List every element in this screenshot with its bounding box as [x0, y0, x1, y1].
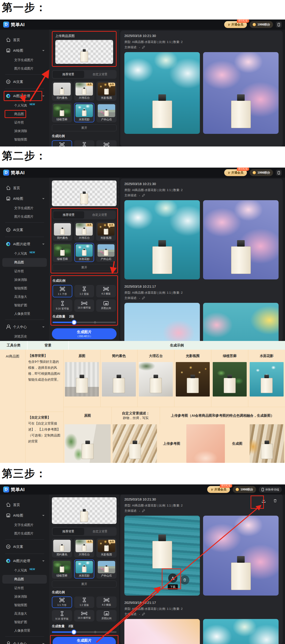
- sidebar-item-home[interactable]: 首页: [0, 35, 49, 45]
- upload-product-image[interactable]: [52, 180, 117, 206]
- count-slider[interactable]: [52, 322, 116, 323]
- sidebar-item-text-to-image[interactable]: 文字生成图片: [0, 521, 49, 529]
- bg-option-marble[interactable]: 会员 大理石台: [74, 538, 94, 558]
- generate-button[interactable]: 生成图片 （消耗4积分）: [52, 328, 117, 339]
- sidebar-item-image-to-image[interactable]: 图片生成图片: [0, 64, 49, 73]
- generated-image[interactable]: [203, 619, 279, 644]
- bg-option-moss[interactable]: 绿植苔藓: [52, 243, 72, 262]
- sidebar-item-ai-draw[interactable]: AI绘图: [0, 510, 49, 521]
- sidebar-item-cutout[interactable]: 智能抠图: [0, 135, 49, 144]
- slider-knob[interactable]: [72, 630, 76, 634]
- tab-recommended-bg[interactable]: 推荐背景: [53, 211, 84, 218]
- sidebar-item-personal-center[interactable]: 个人中心: [0, 638, 49, 644]
- generated-image[interactable]: [203, 303, 279, 341]
- mobile-app-button[interactable]: 体验移动端: [259, 486, 282, 493]
- mobile-app-button[interactable]: [276, 170, 282, 176]
- ratio-1-2[interactable]: 1:2 竖版: [74, 140, 94, 146]
- sidebar-item-ai-image-processing[interactable]: AI图片处理: [0, 556, 49, 566]
- bg-option-simple[interactable]: 简约素色: [52, 538, 72, 558]
- sidebar-item-id-photo[interactable]: 证件照: [0, 118, 49, 127]
- sidebar-item-erase[interactable]: 涂抹消除: [0, 127, 49, 135]
- sidebar-item-ai-copy[interactable]: AI文案: [0, 541, 49, 552]
- bg-option-simple[interactable]: 简约素色: [52, 81, 72, 101]
- sidebar-item-text-to-image[interactable]: 文字生成图片: [0, 56, 49, 64]
- sidebar-item-upscale[interactable]: 高清放大: [0, 292, 49, 301]
- points-badge[interactable]: 1998积分: [250, 169, 273, 176]
- generated-image[interactable]: [124, 200, 200, 280]
- points-badge[interactable]: 1998积分: [250, 21, 273, 28]
- expand-button[interactable]: 展开: [52, 581, 117, 588]
- bg-option-marble[interactable]: 会员 大理石台: [74, 81, 94, 101]
- bg-option-water[interactable]: 水面花影: [74, 103, 94, 122]
- sidebar-item-home[interactable]: 首页: [0, 500, 49, 510]
- tab-recommended-bg[interactable]: 推荐背景: [52, 71, 84, 78]
- ratio-original[interactable]: 原图比例: [96, 610, 117, 622]
- edit-icon[interactable]: [142, 509, 145, 512]
- sidebar-item-ai-draw[interactable]: AI绘图: [0, 193, 49, 204]
- sidebar-item-portrait[interactable]: 个人写真 NEW: [0, 101, 49, 110]
- bg-option-bokeh[interactable]: 会员 光影氛围: [96, 81, 117, 101]
- bg-option-bokeh[interactable]: 会员 光影氛围: [96, 538, 117, 558]
- sidebar-item-history[interactable]: 浏览历史: [0, 332, 49, 341]
- ratio-1-1[interactable]: 1:1 方形: [52, 140, 72, 146]
- sidebar-item-ai-draw[interactable]: AI绘图: [0, 45, 49, 56]
- sidebar-item-personal-center[interactable]: 个人中心: [0, 322, 49, 332]
- ratio-4-3[interactable]: 4:3 横版: [96, 285, 116, 297]
- edit-icon[interactable]: [142, 612, 145, 616]
- ratio-4-3[interactable]: 4:3 横版: [96, 140, 117, 146]
- tab-custom-bg[interactable]: 自定义背景: [84, 528, 116, 535]
- expand-button[interactable]: 展开: [52, 124, 117, 131]
- generated-image[interactable]: [203, 52, 279, 134]
- ratio-16-9[interactable]: 16:9 横窄版: [74, 300, 94, 312]
- sidebar-item-bg-swap[interactable]: 人像换背景: [0, 310, 49, 318]
- ratio-original[interactable]: 原图比例: [96, 300, 116, 312]
- sidebar-item-portrait[interactable]: 个人写真 NEW: [0, 566, 49, 575]
- bg-option-water[interactable]: 水面花影: [74, 243, 94, 262]
- app-logo[interactable]: D 简单AI: [3, 486, 24, 493]
- bg-option-moss[interactable]: 绿植苔藓: [52, 560, 72, 578]
- sidebar-item-image-to-image[interactable]: 图片生成图片: [0, 212, 49, 221]
- ratio-1-1[interactable]: 1:1 方形: [52, 285, 72, 297]
- sidebar-item-cutout[interactable]: 智能抠图: [0, 601, 49, 609]
- sidebar-item-text-to-image[interactable]: 文字生成图片: [0, 204, 49, 212]
- sidebar-item-portrait[interactable]: 个人写真 NEW: [0, 249, 49, 258]
- upload-product-image[interactable]: [52, 497, 117, 524]
- app-logo[interactable]: D 简单AI: [3, 170, 24, 176]
- generated-image[interactable]: 下载: [124, 516, 200, 596]
- sidebar-item-product-image[interactable]: 商品图: [0, 110, 49, 118]
- ratio-1-2[interactable]: 1:2 竖版: [74, 596, 94, 608]
- sidebar-item-erase[interactable]: 涂抹消除: [0, 276, 49, 284]
- bg-option-bokeh[interactable]: 会员 光影氛围: [96, 222, 116, 241]
- bg-option-simple[interactable]: 简约素色: [52, 222, 72, 241]
- count-slider[interactable]: [52, 631, 117, 633]
- sidebar-item-bg-swap[interactable]: 人像换背景: [0, 626, 49, 635]
- sidebar-item-cutout[interactable]: 智能抠图: [0, 284, 49, 292]
- sidebar-item-product-image[interactable]: 商品图: [2, 575, 47, 584]
- sidebar-item-ai-image-processing[interactable]: AI图片处理: [0, 91, 49, 101]
- ratio-1-2[interactable]: 1:2 竖版: [74, 285, 94, 297]
- ratio-9-16[interactable]: 9:16 竖窄版: [52, 300, 72, 312]
- image-download-button[interactable]: [168, 574, 177, 583]
- sidebar-item-ai-copy[interactable]: AI文案: [0, 224, 49, 235]
- generated-image[interactable]: [124, 52, 200, 134]
- app-logo[interactable]: D 简单AI: [3, 22, 24, 28]
- sidebar-item-image-to-image[interactable]: 图片生成图片: [0, 529, 49, 538]
- bg-option-moss[interactable]: 绿植苔藓: [52, 103, 72, 122]
- mobile-app-button[interactable]: [276, 22, 282, 28]
- sidebar-item-ai-image-processing[interactable]: AI图片处理: [0, 239, 49, 249]
- sidebar-item-product-image[interactable]: 商品图: [2, 258, 47, 267]
- upload-product-image[interactable]: [55, 40, 113, 64]
- edit-icon[interactable]: [142, 46, 145, 49]
- sidebar-item-ai-copy[interactable]: AI文案: [0, 76, 49, 87]
- ratio-9-16[interactable]: 9:16 竖窄版: [52, 610, 72, 622]
- generated-image[interactable]: [203, 516, 279, 596]
- expand-button[interactable]: 展开: [52, 264, 116, 271]
- sidebar-item-expand-image[interactable]: 智能扩图: [0, 618, 49, 626]
- tab-custom-bg[interactable]: 自定义背景: [84, 71, 116, 78]
- generate-button[interactable]: 生成图片 （消耗4积分）: [52, 637, 116, 644]
- bg-option-marble[interactable]: 会员 大理石台: [74, 222, 94, 241]
- image-delete-button[interactable]: [180, 575, 189, 584]
- points-badge[interactable]: 1998积分: [233, 486, 256, 493]
- generated-image[interactable]: [124, 619, 200, 644]
- ratio-4-3[interactable]: 4:3 横版: [96, 596, 117, 608]
